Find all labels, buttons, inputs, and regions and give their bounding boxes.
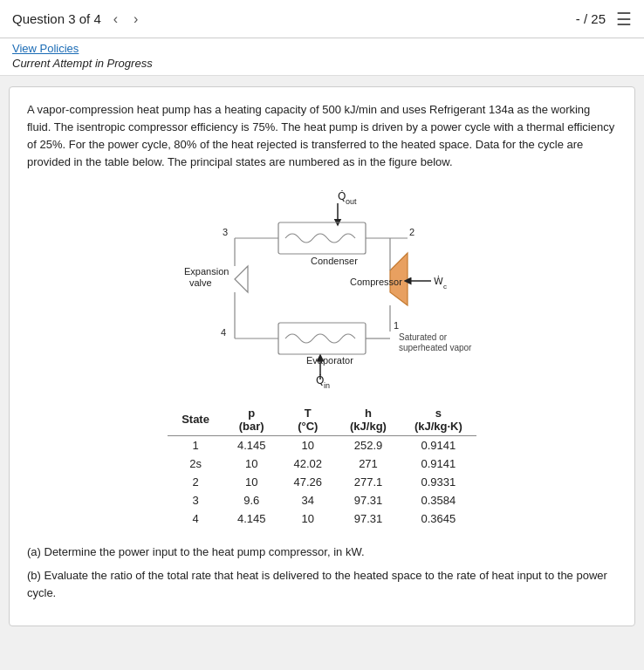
question-card: A vapor-compression heat pump has a heat… bbox=[9, 86, 635, 626]
questions-section: (a) Determine the power input to the hea… bbox=[27, 544, 617, 602]
col-header-state: State bbox=[168, 404, 223, 436]
table-cell: 1 bbox=[168, 435, 223, 455]
diagram-area: Q̇out Condenser 3 2 Compressor bbox=[27, 188, 617, 388]
wc-label: Ẇc bbox=[434, 276, 447, 291]
table-cell: 4.145 bbox=[223, 509, 280, 528]
next-button[interactable]: › bbox=[130, 10, 141, 29]
table-cell: 2 bbox=[168, 473, 223, 491]
table-cell: 0.3645 bbox=[401, 509, 476, 528]
table-cell: 10 bbox=[223, 455, 280, 473]
top-bar-left: Question 3 of 4 ‹ › bbox=[12, 10, 141, 29]
table-cell: 271 bbox=[336, 455, 401, 473]
sub-bar: View Policies Current Attempt in Progres… bbox=[0, 38, 644, 76]
compressor-label: Compressor bbox=[350, 277, 402, 287]
table-cell: 47.26 bbox=[279, 473, 336, 491]
prev-button[interactable]: ‹ bbox=[110, 10, 121, 29]
table-row: 44.1451097.310.3645 bbox=[168, 509, 476, 528]
col-header-p: p(bar) bbox=[223, 404, 280, 436]
table-cell: 4 bbox=[168, 509, 223, 528]
svg-text:1: 1 bbox=[394, 320, 399, 331]
table-cell: 2s bbox=[168, 455, 223, 473]
table-cell: 0.9141 bbox=[401, 435, 476, 455]
table-cell: 0.3584 bbox=[401, 491, 476, 509]
svg-text:3: 3 bbox=[223, 227, 228, 237]
svg-text:2: 2 bbox=[409, 227, 414, 237]
menu-icon[interactable]: ☰ bbox=[616, 9, 632, 30]
main-content: A vapor-compression heat pump has a heat… bbox=[0, 76, 644, 637]
table-row: 21047.26277.10.9331 bbox=[168, 473, 476, 491]
col-header-h: h(kJ/kg) bbox=[336, 404, 401, 436]
expansion-valve-shape bbox=[235, 266, 248, 292]
svg-text:valve: valve bbox=[189, 277, 212, 288]
table-cell: 97.31 bbox=[336, 509, 401, 528]
table-cell: 4.145 bbox=[223, 435, 280, 455]
table-cell: 3 bbox=[168, 491, 223, 509]
table-cell: 277.1 bbox=[336, 473, 401, 491]
cycle-diagram: Q̇out Condenser 3 2 Compressor bbox=[182, 188, 462, 388]
table-row: 39.63497.310.3584 bbox=[168, 491, 476, 509]
table-cell: 10 bbox=[279, 435, 336, 455]
state-table: State p(bar) T(°C) h(kJ/kg) s(kJ/kg·K) 1… bbox=[168, 404, 476, 528]
svg-rect-10 bbox=[278, 323, 366, 354]
col-header-s: s(kJ/kg·K) bbox=[401, 404, 476, 436]
superheated-label: superheated vapor bbox=[399, 343, 472, 352]
qout-label: Q̇out bbox=[338, 190, 357, 206]
evaporator-label: Evaporator bbox=[306, 355, 353, 366]
table-cell: 0.9331 bbox=[401, 473, 476, 491]
question-a: (a) Determine the power input to the hea… bbox=[27, 544, 617, 561]
col-header-T: T(°C) bbox=[279, 404, 336, 436]
top-bar-right: - / 25 ☰ bbox=[576, 9, 632, 30]
score-label: - / 25 bbox=[576, 11, 606, 26]
table-cell: 252.9 bbox=[336, 435, 401, 455]
svg-rect-1 bbox=[278, 222, 366, 254]
view-policies-link[interactable]: View Policies bbox=[12, 42, 632, 55]
table-cell: 10 bbox=[223, 473, 280, 491]
table-cell: 10 bbox=[279, 509, 336, 528]
table-cell: 9.6 bbox=[223, 491, 280, 509]
table-cell: 97.31 bbox=[336, 491, 401, 509]
question-b: (b) Evaluate the ratio of the total rate… bbox=[27, 567, 617, 601]
table-cell: 42.02 bbox=[279, 455, 336, 473]
current-attempt-label: Current Attempt in Progress bbox=[12, 57, 153, 70]
svg-text:4: 4 bbox=[221, 327, 226, 338]
problem-text: A vapor-compression heat pump has a heat… bbox=[27, 101, 617, 172]
expansion-valve-label: Expansion bbox=[184, 266, 229, 277]
table-row: 14.14510252.90.9141 bbox=[168, 435, 476, 455]
question-label: Question 3 of 4 bbox=[12, 11, 101, 26]
qin-label: Q̇in bbox=[316, 374, 330, 390]
condenser-label: Condenser bbox=[311, 256, 358, 266]
table-row: 2s1042.022710.9141 bbox=[168, 455, 476, 473]
saturated-label: Saturated or bbox=[399, 332, 448, 342]
table-cell: 34 bbox=[279, 491, 336, 509]
top-bar: Question 3 of 4 ‹ › - / 25 ☰ bbox=[0, 0, 644, 38]
table-cell: 0.9141 bbox=[401, 455, 476, 473]
